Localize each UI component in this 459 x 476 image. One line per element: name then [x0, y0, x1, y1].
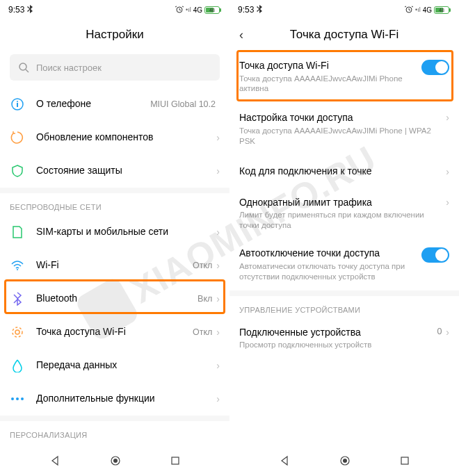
row-update[interactable]: Обновление компонентов ›	[0, 121, 230, 154]
row-label: Подключенные устройства	[239, 327, 437, 339]
nav-recent[interactable]	[400, 456, 410, 468]
row-bluetooth[interactable]: Bluetooth Вкл ›	[0, 282, 230, 315]
header: Настройки	[0, 19, 230, 50]
phone-settings: 9:53 •ıl 4G 48 Настройки Поиск настроек	[0, 0, 230, 476]
row-subtitle: Просмотр подключенных устройств	[239, 340, 437, 350]
search-icon	[18, 62, 29, 73]
row-display[interactable]: Экран ›	[0, 443, 230, 448]
row-subtitle: Лимит будет применяться при каждом включ…	[239, 210, 446, 231]
chevron-right-icon: ›	[216, 293, 220, 304]
bluetooth-icon	[257, 5, 263, 15]
row-security[interactable]: Состояние защиты ›	[0, 154, 230, 188]
row-devices[interactable]: Подключенные устройства Просмотр подключ…	[230, 318, 459, 359]
chevron-right-icon: ›	[216, 260, 220, 271]
svg-point-1	[19, 63, 26, 70]
chevron-right-icon: ›	[216, 327, 220, 338]
chevron-right-icon: ›	[216, 132, 220, 143]
alarm-icon	[175, 5, 184, 15]
row-hotspot-config[interactable]: Настройка точки доступа Точка доступа AA…	[230, 104, 459, 154]
row-value: Вкл	[198, 294, 212, 304]
sim-icon	[10, 224, 25, 240]
svg-point-7	[13, 327, 22, 337]
page-title: Настройки	[86, 28, 143, 42]
row-qr-code[interactable]: Код для подключения к точке ›	[230, 155, 459, 188]
nav-home[interactable]	[339, 455, 351, 469]
svg-point-3	[17, 101, 18, 102]
back-button[interactable]: ‹	[239, 28, 243, 42]
section-manage: УПРАВЛЕНИЕ УСТРОЙСТВАМИ	[230, 296, 459, 318]
row-label: Дополнительные функции	[36, 393, 216, 405]
update-icon	[10, 130, 25, 145]
row-value: Откл	[193, 327, 212, 337]
row-subtitle: Точка доступа AAAAAIEJwvcAAwJIMi Phone |…	[239, 126, 446, 147]
row-label: Состояние защиты	[36, 165, 216, 177]
svg-point-14	[113, 459, 118, 463]
nav-back[interactable]	[49, 455, 61, 469]
row-wifi[interactable]: Wi-Fi Откл ›	[0, 249, 230, 282]
shield-icon	[10, 163, 25, 179]
row-about-phone[interactable]: О телефоне MIUI Global 10.2	[0, 88, 230, 121]
row-label: Однократный лимит трафика	[239, 197, 446, 209]
hotspot-toggle[interactable]	[421, 60, 449, 75]
nav-bar	[0, 448, 230, 476]
row-sim[interactable]: SIM-карты и мобильные сети ›	[0, 215, 230, 249]
section-personal: ПЕРСОНАЛИЗАЦИЯ	[0, 421, 230, 443]
bluetooth-icon	[10, 291, 25, 306]
svg-point-6	[15, 330, 19, 334]
hotspot-icon	[10, 325, 25, 340]
bluetooth-icon	[27, 5, 33, 15]
signal-icon: •ıl	[415, 6, 421, 13]
nav-home[interactable]	[110, 455, 121, 469]
phone-hotspot: 9:53 •ıl 4G 48 ‹ Точка доступа Wi-Fi Точ…	[230, 0, 459, 476]
row-label: О телефоне	[36, 98, 150, 110]
row-hotspot-toggle[interactable]: Точка доступа Wi-Fi Точка доступа AAAAAI…	[230, 50, 459, 104]
network-label: 4G	[423, 6, 432, 14]
chevron-right-icon: ›	[216, 165, 220, 177]
row-label: Точка доступа Wi-Fi	[36, 326, 193, 338]
row-label: Обновление компонентов	[36, 131, 216, 144]
svg-point-8	[11, 397, 14, 400]
battery-icon: 48	[204, 6, 221, 14]
row-subtitle: Автоматически отключать точку доступа пр…	[239, 261, 421, 282]
svg-rect-19	[401, 457, 408, 464]
row-label: Передача данных	[36, 359, 216, 372]
chevron-right-icon: ›	[216, 393, 220, 404]
svg-rect-15	[172, 457, 179, 464]
row-label: Код для подключения к точке	[239, 165, 446, 178]
nav-recent[interactable]	[170, 456, 180, 468]
status-time: 9:53	[238, 5, 254, 15]
svg-rect-4	[17, 103, 18, 107]
status-bar: 9:53 •ıl 4G 48	[230, 0, 459, 19]
section-wireless: БЕСПРОВОДНЫЕ СЕТИ	[0, 193, 230, 215]
row-data-usage[interactable]: Передача данных ›	[0, 349, 230, 382]
row-value: Откл	[193, 261, 212, 270]
row-label: Точка доступа Wi-Fi	[239, 60, 421, 72]
search-placeholder: Поиск настроек	[36, 63, 102, 73]
row-traffic-limit[interactable]: Однократный лимит трафика Лимит будет пр…	[230, 188, 459, 239]
row-more[interactable]: Дополнительные функции ›	[0, 382, 230, 416]
row-hotspot[interactable]: Точка доступа Wi-Fi Откл ›	[0, 315, 230, 349]
svg-point-18	[343, 459, 347, 463]
chevron-right-icon: ›	[216, 360, 220, 371]
nav-bar	[230, 448, 459, 476]
svg-point-5	[17, 269, 18, 270]
row-value: MIUI Global 10.2	[150, 99, 216, 109]
nav-back[interactable]	[279, 455, 290, 469]
network-label: 4G	[193, 6, 202, 14]
wifi-icon	[10, 258, 25, 273]
row-label: Wi-Fi	[36, 259, 193, 272]
row-value: 0	[437, 327, 442, 336]
row-label: Настройка точки доступа	[239, 112, 446, 124]
autooff-toggle[interactable]	[421, 247, 449, 263]
chevron-right-icon: ›	[446, 166, 449, 177]
chevron-right-icon: ›	[216, 227, 220, 238]
row-label: Bluetooth	[36, 293, 198, 305]
row-label: SIM-карты и мобильные сети	[36, 226, 216, 238]
signal-icon: •ıl	[186, 6, 191, 13]
chevron-right-icon: ›	[446, 197, 449, 208]
search-input[interactable]: Поиск настроек	[10, 54, 220, 81]
status-time: 9:53	[8, 5, 24, 15]
droplet-icon	[10, 358, 25, 373]
more-icon	[10, 391, 25, 407]
row-auto-off[interactable]: Автоотключение точки доступа Автоматичес…	[230, 239, 459, 290]
